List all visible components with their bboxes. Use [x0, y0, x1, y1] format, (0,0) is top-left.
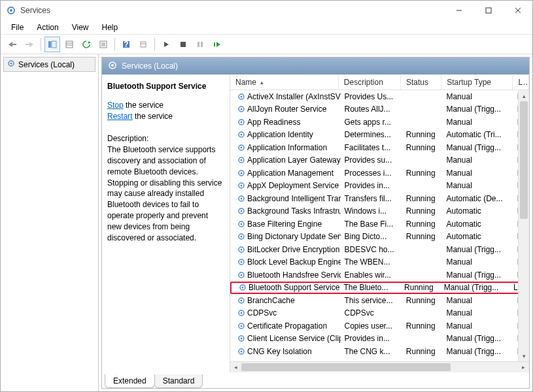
- window-buttons: [444, 1, 532, 20]
- restart-link[interactable]: Restart: [107, 112, 133, 121]
- menu-view[interactable]: View: [67, 22, 94, 33]
- toolbar-separator: [41, 38, 41, 51]
- restart-service-button[interactable]: [209, 37, 225, 52]
- column-description[interactable]: Description: [339, 75, 401, 90]
- refresh-button[interactable]: [78, 37, 94, 52]
- svg-rect-11: [52, 41, 56, 48]
- gear-icon: [237, 308, 246, 318]
- scroll-left-icon[interactable]: ◂: [230, 362, 241, 372]
- cell-description: Enables wir...: [341, 270, 402, 280]
- service-row[interactable]: App ReadinessGets apps r...ManualLo: [230, 116, 529, 129]
- service-row[interactable]: Base Filtering EngineThe Base Fi...Runni…: [230, 218, 529, 231]
- service-row[interactable]: Application Layer Gateway S...Provides s…: [230, 154, 529, 167]
- service-row[interactable]: Bing Dictonary Update ServiceBing Dicto.…: [230, 231, 529, 244]
- back-button[interactable]: [5, 37, 20, 52]
- column-name[interactable]: Name: [230, 75, 339, 90]
- toolbar-button[interactable]: [135, 37, 151, 52]
- detail-header: Services (Local): [102, 57, 529, 74]
- service-row[interactable]: Application InformationFacilitates t...R…: [230, 141, 529, 154]
- service-row[interactable]: Application IdentityDetermines...Running…: [230, 129, 529, 142]
- cell-startup: Automatic: [442, 232, 513, 241]
- service-row[interactable]: Bluetooth Support ServiceThe Blueto...Ru…: [230, 282, 526, 295]
- cell-name: Background Tasks Infrastruc...: [233, 206, 341, 216]
- close-button[interactable]: [503, 1, 532, 20]
- gear-icon: [237, 257, 246, 267]
- gear-icon: [237, 143, 246, 152]
- service-row[interactable]: ActiveX Installer (AxInstSV)Provides Us.…: [230, 90, 529, 103]
- cell-startup: Manual: [442, 308, 513, 318]
- help-button[interactable]: ?: [118, 37, 134, 52]
- menu-help[interactable]: Help: [97, 22, 124, 33]
- toolbar-separator: [154, 38, 155, 51]
- gear-icon: [237, 232, 246, 241]
- cell-description: CDPSvc: [341, 308, 402, 318]
- svg-rect-26: [198, 42, 199, 47]
- stop-link[interactable]: Stop: [107, 101, 124, 110]
- show-hide-tree-button[interactable]: [44, 37, 60, 52]
- export-list-button[interactable]: [61, 37, 77, 52]
- cell-startup: Manual (Trigg...: [442, 270, 513, 280]
- gear-icon: [237, 118, 246, 127]
- service-row[interactable]: Client License Service (ClipS...Provides…: [230, 333, 529, 346]
- window-title: Services: [20, 6, 444, 15]
- gear-icon: [237, 347, 246, 356]
- cell-description: BDESVC ho...: [341, 245, 402, 254]
- service-row[interactable]: Background Intelligent Trans...Transfers…: [230, 192, 529, 205]
- svg-point-47: [241, 172, 243, 174]
- scroll-track[interactable]: [451, 362, 518, 372]
- gear-icon: [237, 321, 246, 331]
- service-row[interactable]: Application ManagementProcesses i...Runn…: [230, 167, 529, 180]
- start-service-button[interactable]: [158, 37, 174, 52]
- column-logon[interactable]: Lo: [513, 75, 529, 90]
- column-startup[interactable]: Startup Type: [441, 75, 513, 90]
- service-row[interactable]: CNG Key IsolationThe CNG k...RunningManu…: [230, 345, 529, 358]
- cell-description: Transfers fil...: [341, 194, 402, 203]
- forward-button[interactable]: [22, 37, 37, 52]
- tree-item-services-local[interactable]: Services (Local): [3, 57, 95, 72]
- svg-marker-8: [29, 42, 33, 47]
- service-row[interactable]: BitLocker Drive Encryption S...BDESVC ho…: [230, 243, 529, 256]
- svg-marker-29: [216, 42, 220, 47]
- cell-description: Processes i...: [341, 169, 402, 178]
- gear-icon: [237, 220, 246, 229]
- service-row[interactable]: AppX Deployment Service (...Provides in.…: [230, 180, 529, 193]
- menu-action[interactable]: Action: [31, 22, 63, 33]
- cell-description: Bing Dicto...: [341, 232, 402, 241]
- tab-standard[interactable]: Standard: [154, 374, 203, 388]
- svg-point-51: [241, 197, 243, 199]
- svg-point-63: [241, 274, 243, 276]
- main-body: Services (Local) Services (Local) Blueto…: [1, 54, 532, 391]
- gear-icon: [237, 105, 246, 114]
- scroll-up-icon[interactable]: ▴: [519, 90, 529, 101]
- cell-startup: Automatic (De...: [442, 194, 513, 203]
- stop-service-button[interactable]: [175, 37, 191, 52]
- service-row[interactable]: Certificate PropagationCopies user...Run…: [230, 319, 529, 333]
- tab-extended[interactable]: Extended: [105, 374, 155, 388]
- vertical-scrollbar[interactable]: ▴ ▾: [518, 90, 529, 361]
- service-row[interactable]: Bluetooth Handsfree ServiceEnables wir..…: [230, 269, 529, 282]
- minimize-button[interactable]: [444, 1, 473, 20]
- properties-button[interactable]: [95, 37, 111, 52]
- pause-service-button[interactable]: [192, 37, 208, 52]
- cell-startup: Manual: [442, 118, 513, 127]
- scroll-down-icon[interactable]: ▾: [519, 350, 529, 361]
- cell-name: Block Level Backup Engine S...: [233, 257, 341, 267]
- column-status[interactable]: Status: [401, 75, 441, 90]
- svg-marker-6: [9, 42, 12, 47]
- service-row[interactable]: Block Level Backup Engine S...The WBEN..…: [230, 256, 529, 269]
- service-row[interactable]: AllJoyn Router ServiceRoutes AllJ...Manu…: [230, 103, 529, 116]
- scroll-thumb[interactable]: [241, 363, 451, 371]
- cell-name: CNG Key Isolation: [233, 347, 341, 356]
- service-row[interactable]: Background Tasks Infrastruc...Windows i.…: [230, 205, 529, 218]
- maximize-button[interactable]: [473, 1, 503, 20]
- horizontal-scrollbar[interactable]: ◂ ▸: [230, 361, 529, 372]
- svg-point-45: [241, 159, 243, 161]
- service-row[interactable]: CDPSvcCDPSvcManualLo: [230, 307, 529, 320]
- cell-startup: Manual (Trigg...: [442, 105, 513, 114]
- menu-file[interactable]: File: [6, 22, 29, 33]
- service-row[interactable]: BranchCacheThis service...RunningManualN…: [230, 294, 529, 307]
- scroll-thumb[interactable]: [520, 101, 528, 219]
- scroll-right-icon[interactable]: ▸: [518, 362, 529, 372]
- cell-name: Application Information: [233, 143, 341, 152]
- svg-point-67: [241, 299, 243, 301]
